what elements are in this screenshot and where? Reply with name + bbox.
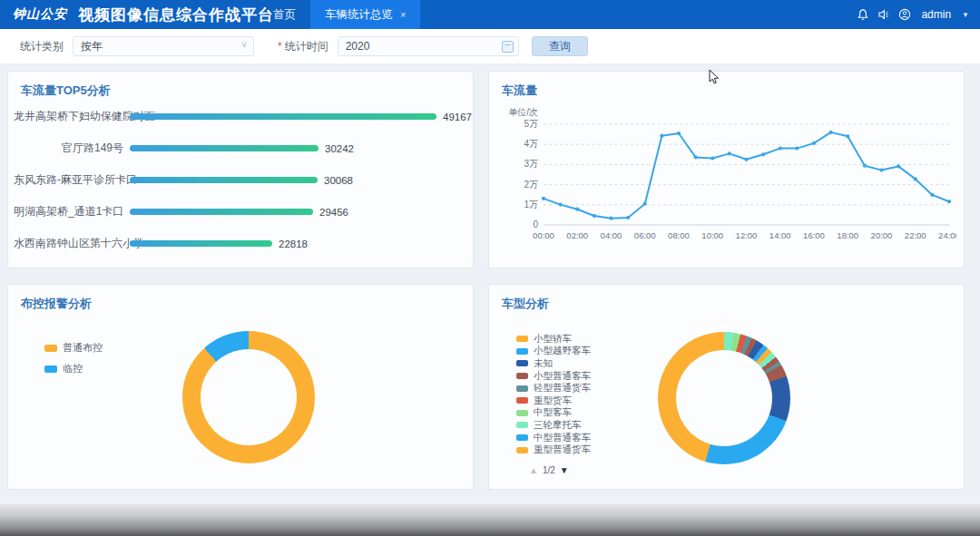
app-header: 钟山公安 视频图像信息综合作战平台 首页 车辆统计总览 × admin ▼ [0,0,980,29]
legend-item-0[interactable]: 小型轿车 [516,333,591,346]
query-button[interactable]: 查询 [532,36,588,56]
legend-item-2[interactable]: 未知 [516,357,591,370]
legend-item-7[interactable]: 三轮摩托车 [516,419,591,432]
legend-label: 小型越野客车 [534,345,591,357]
bar-value: 30242 [325,143,354,154]
svg-text:22:00: 22:00 [905,230,926,240]
tab-vehicle-stats-label: 车辆统计总览 [325,0,393,29]
svg-text:2万: 2万 [524,180,538,190]
bar-row: 东风东路-麻亚平诊所卡口30068 [14,164,464,196]
svg-text:5万: 5万 [524,119,538,129]
panel-flow-title: 车流量 [502,83,537,99]
bar-fill[interactable] [130,240,272,247]
bar-label: 龙井高架桥下妇幼保健院对面 [14,109,130,124]
legend-swatch [44,345,57,352]
svg-text:10:00: 10:00 [701,230,723,240]
bar-row: 官厅路149号30242 [14,132,464,164]
legend-label: 重型货车 [534,395,572,407]
legend-swatch [516,348,528,355]
time-input[interactable]: 2020 [338,36,519,56]
bar-fill[interactable] [130,177,318,183]
tab-close-icon[interactable]: × [400,0,406,29]
tab-home[interactable]: 首页 [259,0,310,29]
bar-label: 明湖高架桥_通道1卡口 [14,204,130,219]
svg-text:3万: 3万 [524,159,538,169]
svg-text:24:00: 24:00 [938,230,956,240]
legend-item-4[interactable]: 轻型普通货车 [516,382,591,395]
legend-swatch [516,360,528,366]
bar-value: 49167 [443,112,472,122]
bar-value: 29456 [319,207,348,218]
legend-label: 重型普通货车 [534,443,591,456]
legend-item-6[interactable]: 中型客车 [516,407,591,420]
user-avatar-icon[interactable] [898,8,911,21]
panel-alarm: 布控报警分析 普通布控临控 [7,284,474,490]
svg-text:0: 0 [533,219,538,229]
legend-page-indicator: 1/2 [543,465,555,475]
legend-label: 轻型普通货车 [534,382,591,395]
svg-text:08:00: 08:00 [668,230,690,240]
bar-value: 22818 [279,239,308,249]
legend-label: 中型普通客车 [534,432,591,444]
vehicle-donut-chart [658,332,790,464]
legend-pager: ▲ 1/2 ▼ [529,465,569,475]
legend-item-0[interactable]: 普通布控 [44,341,103,355]
required-mark: * [278,40,282,53]
username[interactable]: admin [921,8,951,21]
bar-fill[interactable] [130,145,318,151]
svg-text:4万: 4万 [524,139,538,149]
bar-value: 30068 [324,175,353,186]
svg-text:12:00: 12:00 [736,230,758,240]
speaker-icon[interactable] [877,8,890,21]
bar-label: 东风东路-麻亚平诊所卡口 [14,172,130,188]
legend-swatch [516,410,528,416]
svg-text:单位/次: 单位/次 [508,107,538,117]
bar-label: 官厅路149号 [14,141,130,156]
svg-text:06:00: 06:00 [634,230,656,240]
caret-down-icon[interactable]: ▼ [962,11,969,19]
panel-alarm-title: 布控报警分析 [21,296,92,312]
legend-page-down-icon[interactable]: ▼ [560,465,569,475]
bar-row: 龙井高架桥下妇幼保健院对面49167 [14,101,464,132]
bar-row: 水西南路钟山区第十六小学22818 [14,228,464,259]
legend-item-3[interactable]: 小型普通客车 [516,370,591,383]
bell-icon[interactable] [857,8,869,21]
legend-swatch [516,422,528,428]
panel-vehicle: 车型分析 小型轿车小型越野客车未知小型普通客车轻型普通货车重型货车中型客车三轮摩… [488,284,965,490]
bar-fill[interactable] [130,113,436,120]
bar-track: 49167 [130,112,472,122]
legend-label: 中型客车 [534,406,572,419]
legend-swatch [44,365,57,373]
chevron-down-icon: ˅ [241,40,247,50]
top5-bar-chart: 龙井高架桥下妇幼保健院对面49167官厅路149号30242东风东路-麻亚平诊所… [14,101,464,259]
category-select[interactable]: 按年 ˅ [73,36,254,56]
svg-text:1万: 1万 [524,200,538,210]
bar-fill[interactable] [130,209,313,215]
legend-item-1[interactable]: 小型越野客车 [516,346,591,358]
tab-home-label: 首页 [273,0,296,29]
svg-text:00:00: 00:00 [533,230,554,240]
bar-row: 明湖高架桥_通道1卡口29456 [14,196,464,228]
alarm-donut-chart [182,331,315,463]
legend-swatch [516,397,528,404]
time-input-value: 2020 [346,40,370,53]
legend-swatch [516,336,528,342]
panel-top5-title: 车流量TOP5分析 [21,83,111,99]
panel-top5: 车流量TOP5分析 龙井高架桥下妇幼保健院对面49167官厅路149号30242… [7,71,474,268]
svg-text:02:00: 02:00 [566,230,588,240]
legend-item-1[interactable]: 临控 [44,362,103,375]
bar-track: 30242 [130,143,464,154]
legend-label: 小型轿车 [534,333,572,346]
legend-label: 普通布控 [63,341,103,355]
legend-item-8[interactable]: 中型普通客车 [516,432,591,444]
legend-item-9[interactable]: 重型普通货车 [516,443,591,456]
tab-vehicle-stats[interactable]: 车辆统计总览 × [310,0,420,29]
vehicle-legend: 小型轿车小型越野客车未知小型普通客车轻型普通货车重型货车中型客车三轮摩托车中型普… [516,333,591,456]
tab-bar: 首页 车辆统计总览 × [259,0,420,29]
legend-item-5[interactable]: 重型货车 [516,395,591,407]
bar-label: 水西南路钟山区第十六小学 [14,236,130,251]
filter-bar: 统计类别 按年 ˅ * 统计时间 2020 查询 [0,29,980,63]
header-actions: admin ▼ [857,0,969,29]
svg-text:16:00: 16:00 [803,230,825,240]
legend-page-up-icon[interactable]: ▲ [529,465,538,475]
